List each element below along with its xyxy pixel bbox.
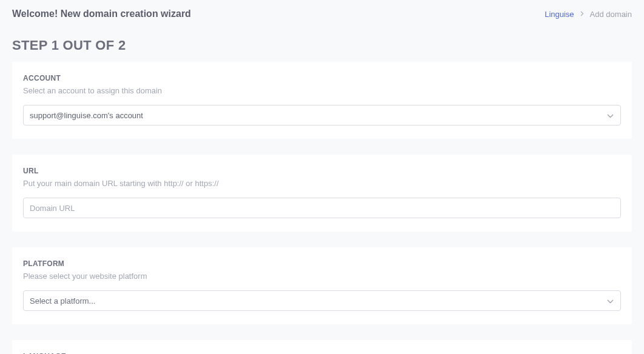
step-title: STEP 1 OUT OF 2 — [0, 25, 644, 62]
platform-card: PLATFORM Please select your website plat… — [12, 247, 632, 324]
platform-label: PLATFORM — [23, 259, 621, 268]
welcome-title: Welcome! New domain creation wizard — [12, 8, 191, 19]
platform-select-value: Select a platform... — [30, 296, 95, 306]
account-select[interactable]: support@linguise.com's account — [23, 105, 621, 125]
domain-url-input[interactable] — [23, 198, 621, 218]
account-card: ACCOUNT Select an account to assign this… — [12, 62, 632, 139]
platform-help: Please select your website platform — [23, 272, 621, 281]
breadcrumb-current: Add domain — [590, 10, 632, 19]
chevron-right-icon — [580, 10, 584, 18]
url-label: URL — [23, 167, 621, 175]
breadcrumb: Linguise Add domain — [545, 10, 632, 19]
breadcrumb-link-linguise[interactable]: Linguise — [545, 10, 574, 19]
language-card: LANGUAGE — [12, 340, 632, 354]
url-help: Put your main domain URL starting with h… — [23, 179, 621, 188]
account-label: ACCOUNT — [23, 74, 621, 82]
page-header: Welcome! New domain creation wizard Ling… — [0, 0, 644, 25]
url-card: URL Put your main domain URL starting wi… — [12, 155, 632, 232]
platform-select[interactable]: Select a platform... — [23, 290, 621, 311]
account-help: Select an account to assign this domain — [23, 86, 621, 95]
account-select-value: support@linguise.com's account — [30, 111, 143, 120]
